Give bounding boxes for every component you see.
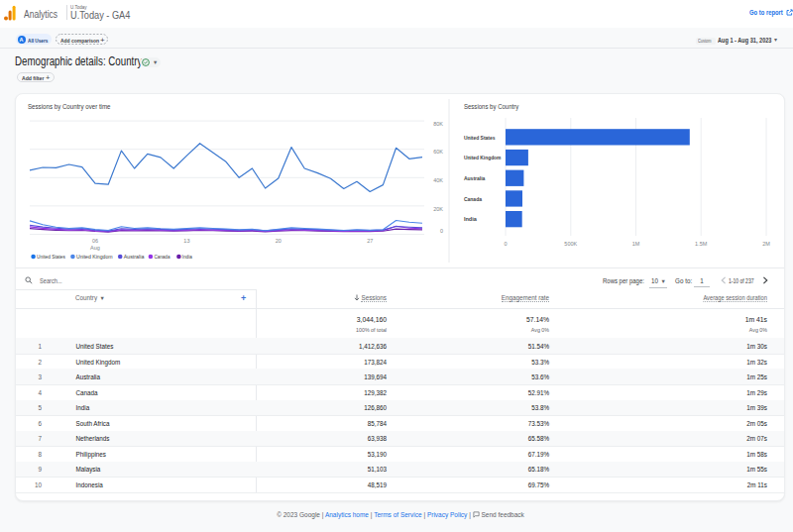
svg-text:06: 06 bbox=[92, 238, 98, 244]
svg-text:13: 13 bbox=[183, 238, 189, 244]
svg-text:0: 0 bbox=[504, 241, 507, 247]
svg-text:United States: United States bbox=[37, 254, 65, 260]
svg-text:1.5M: 1.5M bbox=[695, 241, 708, 247]
svg-text:20: 20 bbox=[276, 238, 282, 244]
svg-text:Canada: Canada bbox=[464, 196, 483, 202]
svg-text:United States: United States bbox=[464, 135, 496, 141]
svg-text:0: 0 bbox=[440, 228, 443, 234]
svg-text:500K: 500K bbox=[564, 241, 577, 247]
svg-text:Australia: Australia bbox=[124, 254, 145, 260]
svg-text:Canada: Canada bbox=[154, 254, 170, 260]
svg-text:2M: 2M bbox=[762, 241, 770, 247]
svg-text:80K: 80K bbox=[433, 121, 443, 127]
svg-text:20K: 20K bbox=[433, 206, 443, 212]
svg-text:United Kingdom: United Kingdom bbox=[464, 155, 502, 160]
svg-text:1M: 1M bbox=[632, 241, 640, 247]
svg-text:60K: 60K bbox=[433, 149, 443, 155]
svg-text:27: 27 bbox=[367, 238, 373, 244]
svg-text:Australia: Australia bbox=[464, 175, 486, 181]
svg-text:United Kingdom: United Kingdom bbox=[76, 254, 113, 260]
svg-text:Aug: Aug bbox=[90, 245, 100, 251]
svg-text:40K: 40K bbox=[433, 177, 443, 183]
svg-text:India: India bbox=[182, 254, 193, 260]
svg-text:India: India bbox=[464, 216, 477, 222]
